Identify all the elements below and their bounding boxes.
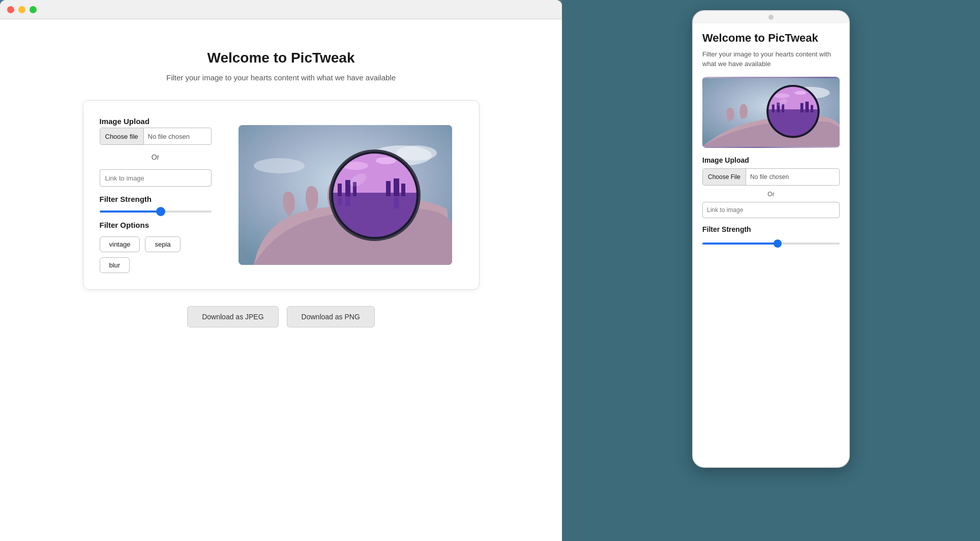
svg-rect-38 <box>806 102 809 112</box>
mobile-preview-image <box>702 77 840 148</box>
mobile-link-input[interactable] <box>702 202 840 218</box>
main-card: Image Upload Choose file No file chosen … <box>83 100 480 290</box>
preview-image <box>239 125 452 265</box>
svg-point-4 <box>254 158 305 173</box>
mobile-image-upload-label: Image Upload <box>702 156 840 164</box>
mobile-content: Welcome to PicTweak Filter your image to… <box>693 23 849 467</box>
file-upload-row: Choose file No file chosen <box>100 128 212 145</box>
filter-options-label: Filter Options <box>100 221 212 229</box>
link-to-image-input[interactable] <box>100 169 212 187</box>
mobile-app-subtitle: Filter your image to your hearts content… <box>702 50 840 68</box>
svg-rect-34 <box>772 104 775 112</box>
mac-titlebar <box>0 0 562 19</box>
svg-point-10 <box>376 157 396 164</box>
svg-point-32 <box>794 91 806 95</box>
download-png-button[interactable]: Download as PNG <box>287 306 375 327</box>
filter-strength-label: Filter Strength <box>100 195 212 203</box>
svg-rect-39 <box>811 105 813 112</box>
maximize-button[interactable] <box>29 6 37 13</box>
svg-rect-16 <box>394 178 399 196</box>
svg-rect-13 <box>345 180 350 196</box>
svg-rect-18 <box>338 197 342 205</box>
image-upload-label: Image Upload <box>100 117 212 126</box>
svg-point-31 <box>774 93 790 98</box>
svg-rect-19 <box>345 196 350 206</box>
right-panel: Welcome to PicTweak Filter your image to… <box>562 0 980 541</box>
close-button[interactable] <box>7 6 14 13</box>
mobile-or-divider: Or <box>702 191 840 198</box>
mobile-frame: Welcome to PicTweak Filter your image to… <box>692 10 850 468</box>
mac-content: Welcome to PicTweak Filter your image to… <box>0 19 562 541</box>
download-buttons: Download as JPEG Download as PNG <box>187 306 375 327</box>
filter-sepia-button[interactable]: sepia <box>145 236 180 252</box>
or-divider: Or <box>100 153 212 161</box>
card-left: Image Upload Choose file No file chosen … <box>100 117 212 273</box>
svg-rect-12 <box>338 184 342 196</box>
no-file-text: No file chosen <box>144 133 194 140</box>
svg-rect-17 <box>401 184 405 196</box>
filter-options-section: Filter Options vintage sepia blur <box>100 221 212 273</box>
mobile-no-file-text: No file chosen <box>746 173 793 181</box>
mobile-notch <box>768 15 774 20</box>
mobile-filter-strength-label: Filter Strength <box>702 225 840 233</box>
mac-window: Welcome to PicTweak Filter your image to… <box>0 0 562 541</box>
choose-file-button[interactable]: Choose file <box>100 128 144 144</box>
filter-blur-button[interactable]: blur <box>100 257 130 273</box>
mobile-filter-slider[interactable] <box>702 243 840 245</box>
svg-rect-20 <box>394 197 399 208</box>
svg-rect-37 <box>800 103 804 112</box>
mobile-choose-file-button[interactable]: Choose File <box>703 169 746 185</box>
svg-point-3 <box>396 145 437 161</box>
filter-vintage-button[interactable]: vintage <box>100 236 140 252</box>
mobile-file-upload-row: Choose File No file chosen <box>702 168 840 186</box>
filter-buttons-group: vintage sepia blur <box>100 236 212 273</box>
svg-rect-15 <box>386 181 391 196</box>
card-right <box>228 117 463 273</box>
minimize-button[interactable] <box>18 6 25 13</box>
mobile-app-title: Welcome to PicTweak <box>702 32 840 45</box>
preview-svg <box>239 125 452 265</box>
filter-strength-slider[interactable] <box>100 211 212 213</box>
app-title: Welcome to PicTweak <box>207 50 355 66</box>
download-jpeg-button[interactable]: Download as JPEG <box>187 306 278 327</box>
filter-strength-section: Filter Strength <box>100 195 212 213</box>
mobile-preview-svg <box>702 77 840 148</box>
image-upload-section: Image Upload Choose file No file chosen <box>100 117 212 145</box>
mobile-notch-bar <box>693 11 849 23</box>
app-subtitle: Filter your image to your hearts content… <box>166 73 396 82</box>
